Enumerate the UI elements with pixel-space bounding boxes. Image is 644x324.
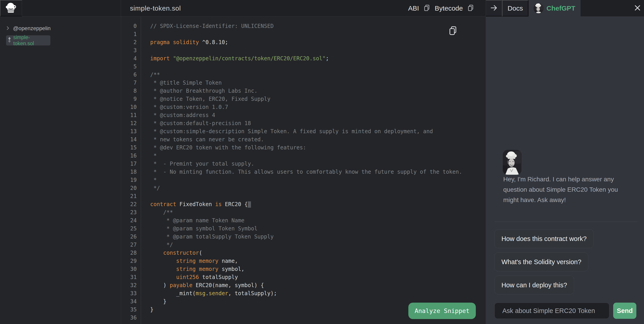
line-number: 21 — [122, 192, 141, 200]
line-number: 10 — [122, 103, 141, 111]
arrow-right-icon — [490, 4, 498, 13]
line-number: 19 — [122, 176, 141, 184]
abi-label[interactable]: ABI — [408, 5, 419, 12]
code-line — [150, 63, 466, 71]
code-line: _mint(msg.sender, totalSupply); — [150, 289, 466, 297]
collapse-panel-button[interactable] — [486, 0, 502, 17]
code-line: pragma solidity ^0.8.10; — [150, 38, 466, 46]
line-number: 18 — [122, 168, 141, 176]
chat-input[interactable] — [494, 303, 609, 319]
code-line: uint256 totalSupply — [150, 273, 466, 281]
line-number: 26 — [122, 233, 141, 241]
tab-docs[interactable]: Docs — [502, 0, 528, 17]
code-line: string memory name, — [150, 257, 466, 265]
code-line: * @title Simple Token — [150, 79, 466, 87]
chef-logo-button[interactable] — [0, 0, 22, 17]
code-line: contract FixedToken is ERC20 { — [150, 200, 466, 208]
line-number: 34 — [122, 297, 141, 305]
code-line: * @dev ERC20 token with the following fe… — [150, 144, 466, 152]
tab-chefgpt[interactable]: ChefGPT — [528, 0, 580, 17]
topbar-actions: ABI Bytecode — [408, 0, 474, 17]
code-line — [150, 192, 466, 200]
copy-icon — [448, 33, 457, 37]
line-number: 33 — [122, 289, 141, 297]
chefgpt-avatar-icon — [534, 3, 544, 13]
close-button[interactable] — [631, 0, 644, 17]
code-line — [150, 46, 466, 55]
code-line: * @param name Token Name — [150, 216, 466, 225]
line-number-gutter: 0123456789101112131415161718192021222324… — [122, 17, 141, 324]
line-number: 2 — [122, 38, 141, 46]
tree-file-simple-token[interactable]: simple-token.sol — [6, 35, 50, 46]
folder-label: @openzeppelin — [13, 25, 50, 32]
line-number: 17 — [122, 160, 141, 168]
code-line: * @notice Token, ERC20, Fixed Supply — [150, 95, 466, 103]
line-number: 16 — [122, 152, 141, 160]
file-explorer: @openzeppelin simple-token.sol — [0, 17, 121, 324]
line-number: 20 — [122, 184, 141, 192]
code-line: * - Premint your total supply. — [150, 160, 466, 168]
chevron-right-icon — [6, 25, 10, 32]
code-line: */ — [150, 241, 466, 249]
suggestion-button-1[interactable]: What's the Solidity version? — [494, 252, 588, 271]
line-number: 25 — [122, 225, 141, 233]
suggestion-button-0[interactable]: How does this contract work? — [494, 229, 594, 248]
code-line: import "@openzeppelin/contracts/token/ER… — [150, 55, 466, 63]
greeting-message: Hey, I'm Richard. I can help answer any … — [503, 174, 624, 205]
line-number: 14 — [122, 135, 141, 144]
send-button[interactable]: Send — [613, 303, 636, 319]
chefgpt-panel: Hey, I'm Richard. I can help answer any … — [486, 17, 644, 324]
code-line: * @custom:simple-description Simple Toke… — [150, 127, 466, 135]
solidity-file-icon — [8, 37, 12, 44]
copy-icon — [467, 4, 474, 12]
line-number: 22 — [122, 200, 141, 208]
line-number: 13 — [122, 127, 141, 135]
code-content[interactable]: // SPDX-License-Identifier: UNLICENSEDpr… — [141, 17, 466, 324]
line-number: 31 — [122, 273, 141, 281]
topbar: simple-token.sol ABI Bytecode — [0, 0, 644, 17]
line-number: 28 — [122, 249, 141, 257]
line-number: 23 — [122, 208, 141, 216]
suggestion-button-2[interactable]: How can I deploy this? — [494, 276, 574, 294]
code-line: * @custom:address 4 — [150, 111, 466, 119]
line-number: 6 — [122, 71, 141, 79]
line-number: 35 — [122, 305, 141, 314]
code-line: * - No minting function. This allows use… — [150, 168, 466, 176]
code-line: string memory symbol, — [150, 265, 466, 273]
code-line: * — [150, 176, 466, 184]
text-cursor — [248, 201, 251, 208]
copy-icon — [424, 4, 430, 12]
analyze-snippet-button[interactable]: Analyze Snippet — [408, 303, 476, 319]
line-number: 3 — [122, 46, 141, 55]
line-number: 0 — [122, 22, 141, 30]
chefgpt-tab-label: ChefGPT — [546, 5, 575, 12]
line-number: 36 — [122, 314, 141, 322]
line-number: 15 — [122, 144, 141, 152]
line-number: 5 — [122, 63, 141, 71]
bytecode-copy-button[interactable] — [467, 4, 474, 12]
abi-copy-button[interactable] — [424, 4, 430, 12]
chat-divider — [495, 222, 638, 222]
line-number: 29 — [122, 257, 141, 265]
code-line: * — [150, 152, 466, 160]
line-number: 11 — [122, 111, 141, 119]
code-line: * @custom:version 1.0.7 — [150, 103, 466, 111]
code-line: * new tokens can never be created. — [150, 135, 466, 144]
close-icon — [634, 4, 641, 12]
tree-folder-openzeppelin[interactable]: @openzeppelin — [6, 24, 50, 33]
code-line: * @custom:default-precision 18 — [150, 119, 466, 127]
code-line: * @param totalSupply Token Supply — [150, 233, 466, 241]
code-line — [150, 30, 466, 38]
line-number: 4 — [122, 55, 141, 63]
topbar-divider — [121, 0, 121, 17]
richard-avatar — [503, 150, 522, 175]
code-editor[interactable]: 0123456789101112131415161718192021222324… — [122, 17, 486, 324]
line-number: 30 — [122, 265, 141, 273]
line-number: 12 — [122, 119, 141, 127]
line-number: 9 — [122, 95, 141, 103]
line-number: 8 — [122, 87, 141, 95]
line-number: 1 — [122, 30, 141, 38]
suggestion-list: How does this contract work?What's the S… — [494, 229, 594, 294]
copy-code-button[interactable] — [447, 26, 457, 37]
bytecode-label[interactable]: Bytecode — [435, 5, 463, 12]
